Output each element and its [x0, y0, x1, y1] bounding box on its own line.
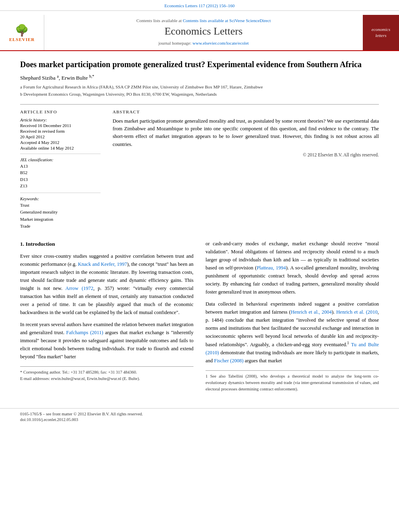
- homepage-label: journal homepage:: [158, 41, 193, 45]
- email-link1[interactable]: erwin.bulte@wur.nl: [51, 376, 85, 381]
- henrich-2010-link[interactable]: Henrich et al. (2010: [336, 309, 378, 315]
- section-divider: [20, 104, 379, 105]
- main-content: Does market participation promote genera…: [0, 51, 399, 400]
- article-title: Does market participation promote genera…: [20, 59, 379, 70]
- intro-para2: In recent years several authors have exa…: [20, 320, 193, 361]
- received-date: Received 16 December 2011: [20, 123, 101, 128]
- author-siziba: Shephard Siziba a,: [20, 75, 62, 81]
- info-divider-1: [20, 154, 101, 154]
- journal-reference: Economics Letters 117 (2012) 156–160: [165, 3, 234, 8]
- article-body: Article Info Article history: Received 1…: [20, 109, 379, 230]
- knack-keefer-link[interactable]: Knack and Keefer, 1997: [78, 261, 127, 267]
- jel-a13: A13: [20, 163, 101, 170]
- affiliation-a: a Forum for Agricultural Research in Afr…: [20, 84, 379, 90]
- abstract-section: Abstract Does market participation promo…: [113, 109, 379, 230]
- affiliation-b: b Development Economics Group, Wageninge…: [20, 91, 379, 98]
- right-para1: or cash-and-carry modes of exchange, mar…: [206, 240, 379, 296]
- column-right: or cash-and-carry modes of exchange, mar…: [206, 240, 379, 392]
- intro-para1: Ever since cross-country studies suggest…: [20, 252, 193, 316]
- history-label: Article history:: [20, 117, 101, 122]
- authors: Shephard Siziba a, Erwin Bulte b,*: [20, 74, 379, 81]
- keyword-trade: Trade: [20, 223, 101, 230]
- column-left: 1. Introduction Ever since cross-country…: [20, 240, 193, 392]
- article-info-label: Article Info: [20, 109, 101, 114]
- footnote-divider: [20, 366, 193, 367]
- author-bulte: Erwin Bulte b,*: [62, 75, 95, 81]
- footnote-email: E-mail addresses: erwin.bulte@wur.nl, Er…: [20, 376, 193, 382]
- homepage-line: journal homepage: www.elsevier.com/locat…: [52, 41, 355, 45]
- sciverse-link[interactable]: Contents lists available at SciVerse Sci…: [183, 18, 271, 23]
- two-column-layout: 1. Introduction Ever since cross-country…: [20, 240, 379, 392]
- body-section: 1. Introduction Ever since cross-country…: [20, 240, 379, 392]
- cover-title: economicsletters: [372, 27, 390, 39]
- keyword-trust: Trust: [20, 202, 101, 209]
- right-footnote-divider: [206, 370, 379, 371]
- intro-heading: 1. Introduction: [20, 240, 193, 249]
- footnote-ref-1: 1: [347, 341, 349, 345]
- email-label: E-mail addresses:: [20, 376, 51, 381]
- header-section: 🌳 ELSEVIER Contents lists available at C…: [0, 11, 399, 51]
- abstract-italic-word: lower: [232, 134, 243, 139]
- and-text: and: [206, 358, 213, 364]
- footer-doi: doi:10.1016/j.econlet.2012.05.003: [20, 417, 379, 422]
- keywords-label: Keywords:: [20, 196, 101, 201]
- contents-label: Contents lists available at: [136, 18, 183, 23]
- jel-b52: B52: [20, 169, 101, 176]
- jel-z13: Z13: [20, 183, 101, 189]
- platteau-link[interactable]: Platteau, 1994: [257, 265, 286, 271]
- email-link2[interactable]: Erwin.bulte@wur.nl: [87, 376, 121, 381]
- doi-link[interactable]: doi:10.1016/j.econlet.2012.05.003: [20, 417, 78, 422]
- tu-bulte-link[interactable]: Tu and Bulte (2010): [206, 342, 379, 355]
- sciverse-line: Contents lists available at Contents lis…: [52, 18, 355, 23]
- article-info-panel: Article Info Article history: Received 1…: [20, 109, 101, 230]
- footer-issn: 0165-1765/$ – see front matter © 2012 El…: [20, 412, 379, 416]
- homepage-url[interactable]: www.elsevier.com/locate/ecolet: [193, 41, 249, 45]
- journal-cover: economicsletters: [363, 15, 399, 50]
- top-bar: Economics Letters 117 (2012) 156–160: [0, 0, 399, 11]
- arrow-link[interactable]: Arrow (1972: [65, 286, 93, 291]
- email-name: (E. Bulte).: [122, 376, 140, 381]
- tree-icon: 🌳: [9, 24, 35, 37]
- affiliations: a Forum for Agricultural Research in Afr…: [20, 84, 379, 98]
- jel-d13: D13: [20, 176, 101, 183]
- keyword-market-integration: Market integration: [20, 216, 101, 223]
- fischer-link[interactable]: Fischer (2008): [214, 358, 243, 364]
- revised-date: 20 April 2012: [20, 134, 101, 139]
- keywords: Trust Generalized morality Market integr…: [20, 202, 101, 230]
- elsevier-wordmark: ELSEVIER: [9, 37, 35, 42]
- journal-title: Economics Letters: [52, 25, 355, 37]
- henrich-2004-link[interactable]: Henrich et al., 2004: [291, 309, 332, 315]
- abstract-text: Does market participation promote genera…: [113, 117, 379, 149]
- jel-label: JEL classification:: [20, 157, 101, 162]
- jel-codes: A13 B52 D13 Z13: [20, 163, 101, 189]
- abstract-copyright: © 2012 Elsevier B.V. All rights reserved…: [113, 152, 379, 157]
- page-footer: 0165-1765/$ – see front matter © 2012 El…: [0, 408, 399, 426]
- footnote-1: 1 See also Tabellini (2008), who develop…: [206, 373, 379, 392]
- footnote-star: * Corresponding author. Tel.: +31 317 48…: [20, 369, 193, 376]
- info-divider-2: [20, 193, 101, 193]
- accepted-date: Accepted 4 May 2012: [20, 140, 101, 145]
- keyword-generalized-morality: Generalized morality: [20, 209, 101, 216]
- header-middle: Contents lists available at Contents lis…: [44, 15, 363, 50]
- received-revised-label: Received in revised form: [20, 129, 101, 134]
- page-container: Economics Letters 117 (2012) 156–160 🌳 E…: [0, 0, 399, 532]
- fafchamps-link[interactable]: Fafchamps (2011): [66, 330, 103, 335]
- elsevier-logo: 🌳 ELSEVIER: [0, 15, 44, 50]
- right-para2: Data collected in behavioral experiments…: [206, 300, 379, 365]
- available-online: Available online 14 May 2012: [20, 146, 101, 150]
- abstract-label: Abstract: [113, 109, 379, 114]
